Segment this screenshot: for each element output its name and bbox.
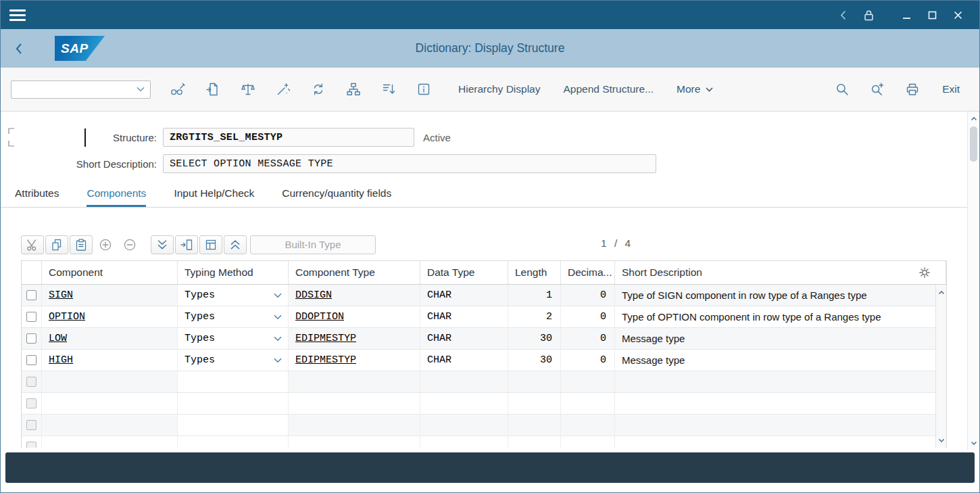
more-button[interactable]: More (665, 75, 725, 103)
row-checkbox[interactable] (26, 312, 36, 322)
component-type-link[interactable]: DDOPTION (295, 311, 344, 323)
menu-icon[interactable] (9, 7, 26, 24)
component-type-link[interactable]: EDIPMESTYP (295, 354, 356, 366)
short-description-field[interactable] (163, 154, 656, 173)
scroll-down-icon[interactable] (938, 436, 945, 445)
header-decimals[interactable]: Decima... (561, 261, 615, 284)
lock-icon[interactable] (856, 1, 881, 29)
header-length[interactable]: Length (508, 261, 561, 284)
row-checkbox[interactable] (26, 290, 36, 300)
cut-button[interactable] (21, 235, 44, 254)
text-cursor (84, 128, 86, 147)
header-data-type[interactable]: Data Type (420, 261, 508, 284)
table-row-empty (22, 415, 946, 436)
header-typing-method[interactable]: Typing Method (178, 261, 289, 284)
delete-row-icon (123, 238, 137, 252)
refresh-check-icon[interactable] (301, 75, 336, 103)
tab-strip: Attributes Components Input Help/Check C… (1, 181, 967, 208)
select-layout-button[interactable] (199, 235, 222, 254)
structure-field[interactable] (163, 128, 414, 147)
header-component-type[interactable]: Component Type (289, 261, 420, 284)
scroll-up-icon[interactable] (968, 113, 979, 124)
typing-method-dropdown[interactable]: Types (178, 306, 289, 327)
insert-line-button[interactable] (175, 235, 198, 254)
header-short-description[interactable]: Short Description (615, 261, 946, 284)
wand-icon[interactable] (266, 75, 301, 103)
append-structure-button[interactable]: Append Structure... (552, 75, 665, 103)
table-scrollbar[interactable] (935, 285, 946, 448)
search-add-icon[interactable] (860, 75, 895, 103)
delete-row-button[interactable] (118, 235, 141, 254)
tab-attributes[interactable]: Attributes (15, 181, 59, 207)
paste-icon (74, 238, 88, 252)
compare-icon[interactable] (230, 75, 266, 103)
tab-currency-quantity-fields[interactable]: Currency/quantity fields (282, 181, 391, 207)
table-row-empty (22, 436, 946, 448)
scroll-up-icon[interactable] (938, 287, 945, 297)
maximize-icon[interactable] (919, 1, 945, 29)
navigate-back-icon[interactable] (1, 29, 36, 68)
row-checkbox[interactable] (26, 398, 36, 408)
typing-method-dropdown[interactable]: Types (178, 328, 289, 349)
back-chevron-icon[interactable] (830, 1, 856, 29)
typing-method-dropdown[interactable] (178, 436, 289, 448)
typing-method-dropdown[interactable] (178, 393, 289, 414)
tab-components[interactable]: Components (87, 181, 146, 207)
short-description-value: Message type (615, 350, 946, 371)
minimize-icon[interactable] (893, 1, 919, 29)
copy-button[interactable] (45, 235, 68, 254)
sap-logo: SAP (55, 36, 105, 61)
object-list-icon[interactable] (371, 75, 406, 103)
row-checkbox[interactable] (26, 377, 36, 387)
hierarchy-display-button[interactable]: Hierarchy Display (447, 75, 552, 103)
component-link[interactable]: SIGN (49, 289, 73, 301)
row-checkbox[interactable] (26, 333, 36, 344)
command-dropdown-chevron-icon[interactable] (134, 87, 150, 92)
display-other-object-icon[interactable] (195, 75, 230, 103)
sap-logo-text: SAP (61, 41, 89, 56)
typing-method-dropdown[interactable]: Types (178, 285, 289, 306)
row-checkbox[interactable] (26, 442, 36, 448)
component-link[interactable]: LOW (49, 333, 67, 344)
command-input[interactable] (11, 81, 134, 98)
exit-button[interactable]: Exit (930, 83, 969, 95)
typing-method-dropdown[interactable] (178, 371, 289, 392)
insert-row-button[interactable] (94, 235, 117, 254)
short-description-input[interactable] (164, 158, 656, 170)
scrollbar-thumb[interactable] (970, 126, 977, 162)
component-link[interactable]: OPTION (49, 311, 85, 323)
content-scrollbar[interactable] (967, 112, 979, 450)
hierarchy-icon[interactable] (336, 75, 371, 103)
typing-method-dropdown[interactable] (178, 415, 289, 436)
scroll-down-icon[interactable] (968, 438, 979, 448)
table-settings-gear-icon[interactable] (918, 266, 931, 279)
decimals-value: 0 (600, 354, 606, 366)
typing-method-dropdown[interactable]: Types (178, 350, 289, 371)
search-icon[interactable] (825, 75, 860, 103)
tab-input-help-check[interactable]: Input Help/Check (174, 181, 254, 207)
insert-line-icon (180, 238, 193, 252)
select-layout-icon (204, 238, 218, 252)
scroll-to-top-button[interactable] (224, 235, 247, 254)
header-component[interactable]: Component (42, 261, 178, 284)
print-icon[interactable] (895, 75, 930, 103)
table-row: OPTION Types DDOPTION CHAR 2 0 Type of O… (22, 306, 946, 328)
header-select-column (22, 261, 42, 284)
table-header-row: Component Typing Method Component Type D… (22, 261, 946, 285)
components-table: Component Typing Method Component Type D… (21, 260, 947, 448)
row-checkbox[interactable] (26, 355, 36, 365)
component-link[interactable]: HIGH (49, 354, 73, 366)
paste-button[interactable] (70, 235, 93, 254)
row-position-indicator: 1 / 4 (601, 237, 631, 250)
command-field[interactable] (11, 80, 151, 99)
component-type-link[interactable]: EDIPMESTYP (295, 333, 356, 344)
row-checkbox[interactable] (26, 420, 36, 430)
display-change-icon[interactable] (160, 75, 195, 103)
builtin-type-button[interactable]: Built-In Type (250, 235, 376, 254)
components-grid: Built-In Type 1 / 4 Component Typing Met… (1, 235, 967, 448)
information-icon[interactable] (406, 75, 441, 103)
scroll-to-bottom-button[interactable] (151, 235, 174, 254)
structure-input[interactable] (164, 132, 414, 143)
close-icon[interactable] (945, 1, 971, 29)
component-type-link[interactable]: DDSIGN (295, 289, 332, 301)
